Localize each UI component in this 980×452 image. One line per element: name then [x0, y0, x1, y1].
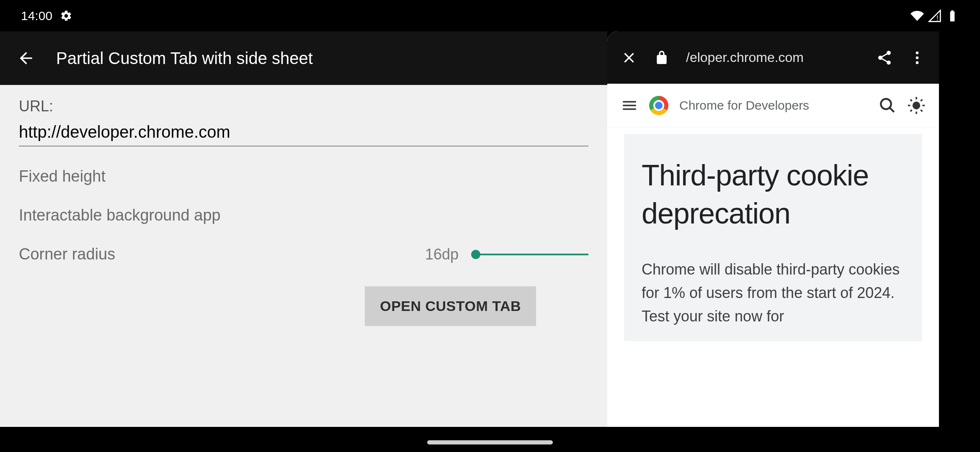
svg-line-11: [910, 99, 912, 101]
more-icon[interactable]: [909, 49, 926, 66]
svg-point-3: [916, 61, 919, 64]
svg-line-13: [910, 110, 912, 111]
option-fixed-height[interactable]: Fixed height: [19, 167, 106, 185]
battery-icon: [946, 9, 959, 23]
status-bar: 14:00 !: [0, 0, 980, 31]
share-icon[interactable]: [876, 49, 893, 66]
svg-point-6: [913, 101, 920, 109]
svg-point-1: [916, 51, 919, 54]
url-input[interactable]: [19, 120, 588, 146]
app-title: Partial Custom Tab with side sheet: [56, 49, 313, 68]
open-custom-tab-button[interactable]: OPEN CUSTOM TAB: [365, 286, 536, 326]
svg-text:!: !: [936, 14, 938, 21]
theme-toggle-icon[interactable]: [907, 96, 926, 115]
search-icon[interactable]: [879, 97, 896, 114]
status-time: 14:00: [21, 9, 52, 23]
corner-radius-slider[interactable]: [471, 254, 588, 255]
hamburger-icon[interactable]: [621, 97, 638, 114]
url-label: URL:: [19, 98, 588, 115]
background-app[interactable]: Partial Custom Tab with side sheet URL: …: [0, 31, 607, 427]
lock-icon[interactable]: [653, 49, 670, 66]
site-title[interactable]: Chrome for Developers: [679, 98, 809, 113]
article-body: Chrome will disable third-party cookies …: [642, 258, 905, 328]
signal-icon: !: [928, 9, 941, 23]
back-icon[interactable]: [17, 49, 35, 67]
svg-line-14: [921, 99, 922, 101]
page-content[interactable]: Third-party cookie deprecation Chrome wi…: [607, 127, 939, 427]
site-header: Chrome for Developers: [607, 84, 939, 127]
svg-line-5: [890, 108, 894, 112]
corner-radius-value: 16dp: [425, 246, 471, 263]
device-black-bar: [939, 31, 980, 427]
wifi-icon: [910, 9, 924, 23]
article-heading: Third-party cookie deprecation: [642, 157, 905, 233]
option-interactable-bg[interactable]: Interactable background app: [19, 206, 221, 224]
address-text[interactable]: /eloper.chrome.com: [686, 50, 860, 65]
custom-tab-toolbar: /eloper.chrome.com: [607, 31, 939, 84]
option-corner-radius: Corner radius: [19, 245, 115, 263]
chrome-logo-icon: [649, 96, 668, 115]
app-topbar: Partial Custom Tab with side sheet: [0, 31, 607, 85]
close-icon[interactable]: [621, 49, 637, 66]
nav-bar: [0, 427, 980, 452]
svg-point-4: [881, 99, 891, 109]
gear-icon: [60, 10, 72, 22]
svg-point-2: [916, 56, 919, 59]
gesture-nav-pill[interactable]: [427, 440, 553, 444]
custom-tab-side-sheet: /eloper.chrome.com Chrome for Developers…: [607, 31, 939, 427]
svg-line-12: [921, 110, 922, 111]
